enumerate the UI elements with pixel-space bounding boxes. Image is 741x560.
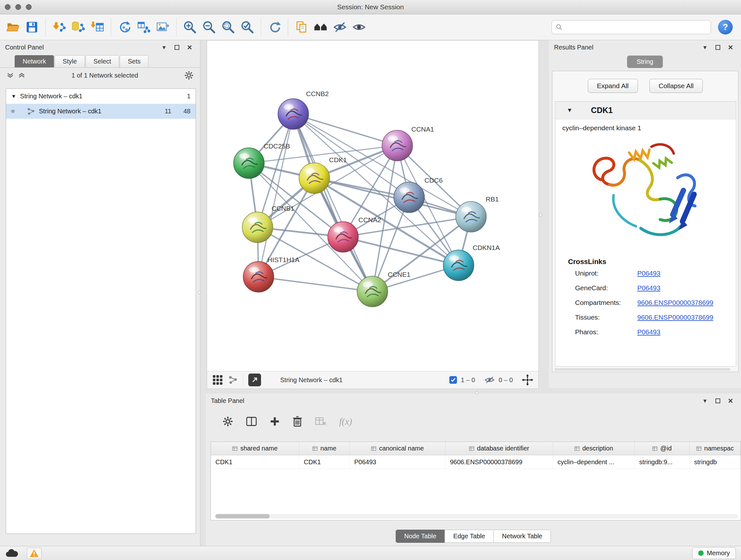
- memory-button[interactable]: Memory: [692, 547, 736, 559]
- tab-network[interactable]: Network: [15, 55, 54, 67]
- column-header-database-identifier[interactable]: database identifier: [446, 442, 553, 455]
- column-header-namespace[interactable]: namespac: [690, 442, 741, 455]
- panel-float-button[interactable]: ▾: [699, 396, 711, 406]
- apply-preferred-layout-button[interactable]: [265, 17, 284, 37]
- pharos-link[interactable]: P06493: [637, 328, 660, 336]
- expand-all-icon[interactable]: [18, 72, 25, 78]
- tab-select[interactable]: Select: [85, 55, 119, 67]
- results-scrollbar[interactable]: [554, 368, 731, 371]
- network-node-HIST1H1A[interactable]: [243, 261, 274, 292]
- zoom-out-button[interactable]: [199, 17, 219, 37]
- close-window-button[interactable]: [5, 4, 10, 10]
- panel-close-button[interactable]: ×: [725, 43, 736, 52]
- panel-close-button[interactable]: ×: [184, 43, 195, 52]
- network-node-RB1[interactable]: [456, 201, 486, 232]
- save-session-button[interactable]: [22, 17, 42, 37]
- panel-maximize-button[interactable]: [712, 43, 723, 52]
- column-header-description[interactable]: description: [553, 442, 635, 455]
- cell-description[interactable]: cyclin–dependent ...: [553, 455, 635, 469]
- network-table-button[interactable]: [134, 17, 153, 37]
- table-row[interactable]: CDK1 CDK1 P06493 9606.ENSP00000378699 cy…: [211, 455, 741, 469]
- network-collection-row[interactable]: ▼ String Network – cdk1 1: [6, 89, 196, 104]
- open-in-new-window-button[interactable]: [248, 374, 261, 386]
- network-arrows-button[interactable]: [115, 17, 134, 37]
- network-edge-CCNB2-CCNE1[interactable]: [293, 114, 373, 292]
- panel-close-button[interactable]: ×: [725, 396, 736, 406]
- import-table-from-file-button[interactable]: [88, 17, 107, 37]
- grid-view-icon[interactable]: [212, 374, 223, 385]
- collapse-all-icon[interactable]: [6, 72, 14, 78]
- tab-network-table[interactable]: Network Table: [493, 530, 551, 543]
- network-node-CCNA2[interactable]: [328, 222, 358, 252]
- zoom-in-button[interactable]: [180, 17, 199, 37]
- cloud-icon[interactable]: [5, 549, 18, 558]
- network-node-CCNA1[interactable]: [382, 130, 413, 161]
- add-column-icon[interactable]: [270, 416, 280, 427]
- tissues-link[interactable]: 9606.ENSP00000378699: [637, 314, 713, 321]
- tab-style[interactable]: Style: [55, 55, 84, 67]
- genecard-link[interactable]: P06493: [637, 284, 660, 292]
- delete-column-icon[interactable]: [293, 416, 302, 427]
- cell-shared-name[interactable]: CDK1: [211, 455, 299, 469]
- network-node-CDC25B[interactable]: [233, 148, 264, 179]
- network-node-CCNB1[interactable]: [242, 212, 273, 243]
- export-image-button[interactable]: [153, 17, 172, 37]
- bottom-splitter-handle[interactable]: [475, 391, 478, 394]
- column-header-id[interactable]: @id: [635, 442, 690, 455]
- cell-name[interactable]: CDK1: [299, 455, 350, 469]
- show-columns-icon[interactable]: [246, 417, 257, 426]
- cell-database-identifier[interactable]: 9606.ENSP00000378699: [446, 455, 553, 469]
- network-edge-HIST1H1A-CCNE1[interactable]: [259, 277, 373, 292]
- network-canvas[interactable]: CCNB2CCNA1CDC25BCDK1CDC6RB1CCNB1CCNA2CDK…: [207, 41, 538, 371]
- collapse-arrow-icon[interactable]: ▼: [567, 107, 572, 114]
- fit-content-crosshair-icon[interactable]: [522, 374, 533, 386]
- cell-namespace[interactable]: stringdb: [690, 455, 741, 469]
- right-splitter-handle[interactable]: [539, 213, 542, 216]
- cell-canonical-name[interactable]: P06493: [350, 455, 446, 469]
- import-network-from-file-button[interactable]: [50, 17, 69, 37]
- network-edge-CDK1-RB1[interactable]: [314, 178, 471, 217]
- gear-icon[interactable]: [184, 71, 194, 80]
- import-network-from-database-button[interactable]: [69, 17, 88, 37]
- open-session-button[interactable]: [3, 17, 22, 37]
- column-header-shared-name[interactable]: shared name: [211, 442, 299, 455]
- tab-edge-table[interactable]: Edge Table: [445, 530, 494, 543]
- uniprot-link[interactable]: P06493: [637, 269, 660, 277]
- zoom-selected-button[interactable]: [238, 17, 257, 37]
- column-header-canonical-name[interactable]: canonical name: [350, 442, 446, 455]
- copy-document-button[interactable]: [292, 17, 311, 37]
- network-row-selected[interactable]: String Network – cdk1 11 48: [6, 104, 196, 119]
- network-node-CCNB2[interactable]: [278, 99, 309, 129]
- network-node-CCNE1[interactable]: [357, 276, 388, 307]
- panel-float-button[interactable]: ▾: [699, 43, 711, 52]
- expand-all-button[interactable]: Expand All: [588, 79, 638, 93]
- table-settings-gear-icon[interactable]: [222, 416, 233, 427]
- help-button[interactable]: ?: [718, 20, 733, 35]
- minimize-window-button[interactable]: [15, 4, 21, 10]
- zoom-fit-button[interactable]: [219, 17, 238, 37]
- warnings-button[interactable]: [27, 548, 42, 559]
- panel-maximize-button[interactable]: [172, 43, 182, 52]
- selected-checkbox[interactable]: [449, 376, 457, 384]
- show-labels-button[interactable]: [349, 17, 368, 37]
- panel-maximize-button[interactable]: [712, 396, 723, 406]
- network-node-CDK1[interactable]: [299, 163, 330, 193]
- tab-sets[interactable]: Sets: [120, 55, 148, 67]
- tab-string[interactable]: String: [627, 56, 663, 68]
- left-splitter-handle[interactable]: [198, 291, 201, 294]
- collapse-all-button[interactable]: Collapse All: [650, 79, 703, 93]
- home-network-button[interactable]: [311, 17, 330, 37]
- network-node-CDC6[interactable]: [394, 182, 424, 212]
- share-network-icon[interactable]: [228, 375, 238, 385]
- network-node-CDKN1A[interactable]: [443, 250, 474, 281]
- panel-float-button[interactable]: ▾: [158, 43, 170, 52]
- search-input[interactable]: [565, 23, 707, 31]
- hide-labels-button[interactable]: [330, 17, 349, 37]
- scrollbar-thumb[interactable]: [215, 514, 270, 518]
- column-header-name[interactable]: name: [299, 442, 350, 455]
- compartments-link[interactable]: 9606.ENSP00000378699: [637, 299, 713, 307]
- hidden-eye-slash-icon[interactable]: [484, 376, 495, 384]
- collapse-arrow-icon[interactable]: ▼: [11, 94, 16, 99]
- table-horizontal-scrollbar[interactable]: [215, 514, 738, 518]
- zoom-window-button[interactable]: [26, 4, 31, 10]
